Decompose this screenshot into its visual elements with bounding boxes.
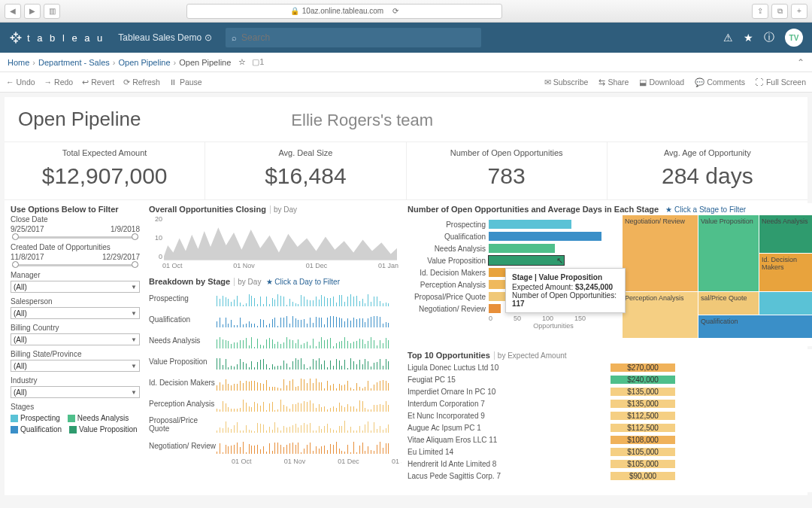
treemap-cell[interactable] bbox=[759, 292, 812, 315]
tableau-logo[interactable]: t a b l e a u bbox=[9, 31, 105, 44]
kpi-row: Total Expected Amount$12,907,000Avg. Dea… bbox=[5, 141, 807, 200]
kpi-card: Number of Open Opportunities783 bbox=[407, 142, 607, 199]
page-subtitle: Ellie Rogers's team bbox=[291, 111, 433, 130]
nav-forward-button[interactable]: ▶ bbox=[24, 4, 41, 19]
info-icon[interactable]: ⓘ bbox=[764, 31, 774, 44]
page-title: Open Pipeline bbox=[18, 108, 141, 131]
undo-button[interactable]: ← Undo bbox=[6, 78, 35, 87]
new-tab-button[interactable]: + bbox=[791, 4, 807, 19]
stage-bar[interactable]: Qualification bbox=[408, 230, 618, 242]
stages-legend-title: Stages bbox=[11, 403, 140, 411]
share-action-button[interactable]: ⇆ Share bbox=[598, 78, 629, 87]
click-day-hint: ★ Click a Day to Filter bbox=[266, 278, 340, 286]
stage-sparkline[interactable]: Id. Decision Makers bbox=[149, 372, 398, 393]
logo-text: t a b l e a u bbox=[27, 32, 105, 44]
treemap-cell[interactable]: Value Proposition bbox=[698, 215, 759, 291]
top10-row[interactable]: Eu Limited 14$105,000 bbox=[408, 446, 812, 458]
search-icon: ⌕ bbox=[232, 33, 237, 42]
address-bar[interactable]: 🔒 10az.online.tableau.com ⟳ bbox=[186, 4, 502, 19]
stage-bar[interactable]: Prospecting bbox=[408, 218, 618, 230]
legend-item[interactable]: Qualification bbox=[11, 425, 62, 433]
filter-dropdown[interactable]: (All)▼ bbox=[11, 360, 140, 372]
fullscreen-button[interactable]: ⛶ Full Screen bbox=[756, 78, 806, 87]
kpi-card: Avg. Age of Opportunity284 days bbox=[607, 142, 807, 199]
revert-button[interactable]: ↩ Revert bbox=[82, 78, 114, 87]
sidebar-toggle-button[interactable]: ▥ bbox=[44, 4, 60, 19]
browser-toolbar: ◀ ▶ ▥ 🔒 10az.online.tableau.com ⟳ ⇪ ⧉ + bbox=[0, 0, 812, 23]
treemap-cell[interactable]: Negotiation/ Review bbox=[623, 215, 698, 291]
tabs-button[interactable]: ⧉ bbox=[771, 4, 788, 19]
share-button[interactable]: ⇪ bbox=[752, 4, 768, 19]
pause-button[interactable]: ⏸ Pause bbox=[169, 78, 202, 87]
crumb-current: Open Pipeline bbox=[179, 58, 231, 67]
legend-item[interactable]: Value Proposition bbox=[69, 425, 138, 433]
favorite-icon[interactable]: ★ bbox=[744, 32, 753, 44]
top10-row[interactable]: Hendrerit Id Ante Limited 8$105,000 bbox=[408, 458, 812, 470]
collapse-icon[interactable]: ⌃ bbox=[797, 57, 804, 68]
top10-row[interactable]: Imperdiet Ornare In PC 10$135,000 bbox=[408, 385, 812, 397]
treemap-cell[interactable]: Needs Analysis bbox=[759, 215, 812, 253]
top10-row[interactable]: Et Nunc Incorporated 9$112,500 bbox=[408, 409, 812, 421]
crumb-home[interactable]: Home bbox=[8, 58, 29, 67]
treemap-cell[interactable]: Perception Analysis bbox=[623, 292, 698, 338]
filter-dropdown[interactable]: (All)▼ bbox=[11, 333, 140, 345]
chevron-down-icon: ▼ bbox=[131, 310, 137, 317]
nav-back-button[interactable]: ◀ bbox=[5, 4, 21, 19]
redo-button[interactable]: → Redo bbox=[44, 78, 74, 87]
treemap-cell[interactable]: Id. Decision Makers bbox=[759, 254, 812, 291]
top10-row[interactable]: Interdum Corporation 7$135,000 bbox=[408, 397, 812, 409]
top10-row[interactable]: Augue Ac Ipsum PC 1$112,500 bbox=[408, 421, 812, 433]
close-date-slider[interactable] bbox=[12, 236, 138, 239]
stage-sparkline[interactable]: Qualification bbox=[149, 309, 398, 330]
alert-icon[interactable]: ⚠ bbox=[723, 32, 733, 44]
overall-closing-chart[interactable]: Overall Opportunities Closing by Day 201… bbox=[146, 203, 401, 272]
subscribe-button[interactable]: ✉ Subscribe bbox=[544, 78, 589, 87]
opps-bar-chart[interactable]: Stage | Value Proposition Expected Amoun… bbox=[408, 215, 618, 336]
top10-row[interactable]: Feugiat PC 15$240,000 bbox=[408, 373, 812, 385]
stage-sparkline[interactable]: Negotiation/ Review bbox=[149, 435, 398, 456]
chevron-down-icon: ▼ bbox=[131, 336, 137, 343]
svg-rect-3 bbox=[14, 41, 18, 42]
search-box[interactable]: ⌕ bbox=[226, 28, 481, 47]
treemap-cell[interactable]: Qualification bbox=[698, 315, 812, 338]
filter-dropdown[interactable]: (All)▼ bbox=[11, 386, 140, 398]
click-stage-hint[interactable]: ★ Click a Stage to Filter bbox=[665, 205, 746, 214]
svg-rect-5 bbox=[12, 35, 14, 40]
stage-sparkline[interactable]: Perception Analysis bbox=[149, 393, 398, 414]
legend-item[interactable]: Prospecting bbox=[11, 414, 60, 422]
created-date-slider[interactable] bbox=[12, 264, 138, 266]
filters-panel: Use Options Below to Filter Close Date 9… bbox=[8, 203, 143, 492]
search-input[interactable] bbox=[241, 32, 475, 43]
download-button[interactable]: ⬓ Download bbox=[639, 78, 684, 87]
stage-bar[interactable]: Needs Analysis bbox=[408, 242, 618, 254]
refresh-button[interactable]: ⟳ Refresh bbox=[123, 78, 160, 87]
crumb-pipeline[interactable]: Open Pipeline bbox=[118, 58, 170, 67]
top10-row[interactable]: Lacus Pede Sagittis Corp. 7$90,000 bbox=[408, 470, 812, 482]
crumb-dept[interactable]: Department - Sales bbox=[38, 58, 110, 67]
top10-row[interactable]: Vitae Aliquam Eros LLC 11$108,000 bbox=[408, 433, 812, 446]
reload-icon[interactable]: ⟳ bbox=[392, 7, 398, 15]
stage-bar[interactable]: Value Proposition↖ bbox=[408, 254, 618, 266]
treemap-cell[interactable]: sal/Price Quote bbox=[698, 292, 759, 315]
filter-dropdown[interactable]: (All)▼ bbox=[11, 307, 140, 319]
comments-button[interactable]: 💬 Comments bbox=[695, 78, 745, 87]
stage-sparkline[interactable]: Proposal/Price Quote bbox=[149, 414, 398, 435]
avatar[interactable]: TV bbox=[785, 29, 803, 47]
stage-treemap[interactable]: Negotiation/ ReviewValue PropositionNeed… bbox=[623, 215, 812, 336]
filter-dropdown[interactable]: (All)▼ bbox=[11, 281, 140, 293]
star-outline-icon[interactable]: ☆ bbox=[238, 57, 246, 67]
chevron-down-icon: ▼ bbox=[131, 284, 137, 291]
svg-rect-1 bbox=[14, 34, 18, 35]
stage-sparkline[interactable]: Value Proposition bbox=[149, 351, 398, 372]
breakdown-by-stage-chart[interactable]: Breakdown by Stage by Day ★ Click a Day … bbox=[146, 275, 401, 492]
created-date-filter[interactable]: Created Date of Opportunities 11/8/20171… bbox=[11, 243, 140, 266]
stage-sparkline[interactable]: Prospecting bbox=[149, 287, 398, 309]
views-icon[interactable]: ▢1 bbox=[252, 57, 264, 67]
top10-row[interactable]: Ligula Donec Luctus Ltd 10$270,000 bbox=[408, 361, 812, 373]
legend-item[interactable]: Needs Analysis bbox=[68, 414, 129, 422]
close-date-filter[interactable]: Close Date 9/25/20171/9/2018 bbox=[11, 215, 140, 239]
stage-tooltip: Stage | Value Proposition Expected Amoun… bbox=[505, 268, 626, 313]
stage-sparkline[interactable]: Needs Analysis bbox=[149, 330, 398, 351]
project-selector[interactable]: Tableau Sales Demo ⊙ bbox=[118, 32, 212, 43]
top10-panel: Top 10 Opportunities by Expected Amount … bbox=[404, 349, 812, 492]
